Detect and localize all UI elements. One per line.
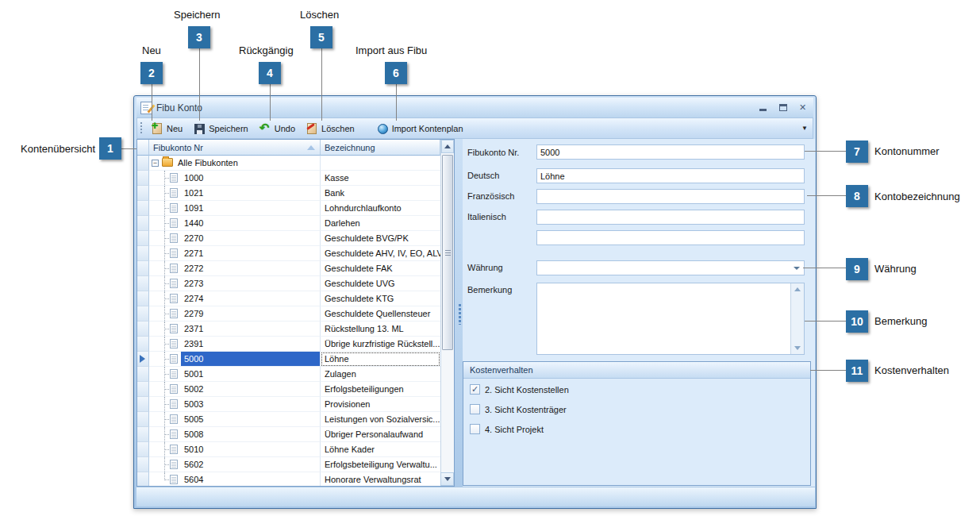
- bezeichnung-cell[interactable]: Geschuldete KTG: [321, 291, 440, 306]
- title-bar[interactable]: Fibu Konto ✕: [136, 98, 813, 117]
- account-row[interactable]: 2273Geschuldete UVG: [137, 276, 440, 291]
- checkbox-row[interactable]: 4. Sicht Projekt: [470, 424, 544, 434]
- fibukonto-nr-cell[interactable]: 2371: [149, 322, 321, 337]
- bezeichnung-cell[interactable]: Leistungen von Sozialversic...: [321, 412, 440, 427]
- column-header-bezeichnung[interactable]: Bezeichnung: [321, 140, 440, 156]
- bezeichnung-cell[interactable]: Geschuldete BVG/PK: [321, 231, 440, 246]
- scroll-down-button[interactable]: [440, 472, 454, 486]
- fibukonto-nr-cell[interactable]: 1000: [149, 171, 321, 186]
- bezeichnung-cell[interactable]: Übriger Personalaufwand: [321, 427, 440, 442]
- account-row[interactable]: 1021Bank: [137, 186, 440, 201]
- collapse-toggle-icon[interactable]: −: [152, 160, 159, 167]
- italienisch-field[interactable]: [536, 210, 805, 225]
- account-row[interactable]: 2274Geschuldete KTG: [137, 291, 440, 306]
- fibukonto-nr-cell[interactable]: 2273: [149, 276, 321, 291]
- bezeichnung-cell[interactable]: Geschuldete AHV, IV, EO, ALV: [321, 246, 440, 261]
- franzoesisch-field[interactable]: [536, 189, 805, 204]
- tree-art: [149, 201, 181, 215]
- scrollbar-thumb[interactable]: [442, 155, 453, 350]
- fibukonto-nr-cell[interactable]: 5002: [149, 382, 321, 397]
- chevron-down-icon[interactable]: [790, 262, 803, 274]
- account-row[interactable]: 1440Darlehen: [137, 216, 440, 231]
- bezeichnung-cell[interactable]: Löhne Kader: [321, 442, 440, 457]
- account-row[interactable]: 5002Erfolgsbeteiligungen: [137, 382, 440, 397]
- bezeichnung-cell[interactable]: Honorare Verwaltungsrat: [321, 472, 440, 486]
- account-row[interactable]: 5000Löhne: [137, 352, 440, 367]
- import-kontenplan-button[interactable]: Import Kontenplan: [372, 121, 470, 136]
- fibukonto-nr-cell[interactable]: 2274: [149, 291, 321, 306]
- fibukonto-nr-cell[interactable]: 5010: [149, 442, 321, 457]
- account-row[interactable]: 2271Geschuldete AHV, IV, EO, ALV: [137, 246, 440, 261]
- account-row[interactable]: 1091Lohndurchlaufkonto: [137, 201, 440, 216]
- bezeichnung-cell[interactable]: Zulagen: [321, 367, 440, 382]
- account-row[interactable]: 2272Geschuldete FAK: [137, 261, 440, 276]
- account-row[interactable]: 1000Kasse: [137, 171, 440, 186]
- deutsch-field[interactable]: [536, 168, 805, 183]
- fibukonto-nr-field[interactable]: [536, 144, 805, 160]
- fibukonto-nr-cell[interactable]: 5604: [149, 472, 321, 486]
- bezeichnung-cell[interactable]: Kasse: [321, 171, 440, 186]
- fibukonto-nr-cell[interactable]: 1091: [149, 201, 321, 216]
- account-row[interactable]: 5010Löhne Kader: [137, 442, 440, 457]
- fibukonto-nr-cell[interactable]: 2279: [149, 306, 321, 322]
- fibukonto-nr-cell[interactable]: 1021: [149, 186, 321, 201]
- panel-splitter[interactable]: [456, 139, 463, 487]
- tree-root-row[interactable]: −Alle Fibukonten: [137, 156, 440, 171]
- account-row[interactable]: 5003Provisionen: [137, 397, 440, 412]
- fibukonto-nr-cell[interactable]: 5003: [149, 397, 321, 412]
- fibukonto-nr-cell[interactable]: 2271: [149, 246, 321, 261]
- account-row[interactable]: 5604Honorare Verwaltungsrat: [137, 472, 440, 486]
- bezeichnung-cell[interactable]: Erfolgsbeteiligungen: [321, 382, 440, 397]
- account-row[interactable]: 2371Rückstellung 13. ML: [137, 322, 440, 337]
- bezeichnung-cell[interactable]: Übrige kurzfristige Rückstell...: [321, 337, 440, 352]
- minimize-button[interactable]: [756, 102, 770, 114]
- account-row[interactable]: 5008Übriger Personalaufwand: [137, 427, 440, 442]
- fibukonto-nr-cell[interactable]: 2391: [149, 337, 321, 352]
- checkbox-unchecked-icon[interactable]: [470, 424, 480, 434]
- new-button[interactable]: Neu: [147, 121, 189, 136]
- account-row[interactable]: 5602Erfolgsbeteiligung Verwaltu...: [137, 457, 440, 472]
- account-row[interactable]: 2279Geschuldete Quellensteuer: [137, 306, 440, 322]
- bezeichnung-cell[interactable]: Lohndurchlaufkonto: [321, 201, 440, 216]
- bezeichnung-cell[interactable]: Darlehen: [321, 216, 440, 231]
- fibukonto-nr-cell[interactable]: 2272: [149, 261, 321, 276]
- extra-language-field[interactable]: [536, 230, 805, 245]
- bezeichnung-cell[interactable]: Löhne: [321, 352, 440, 367]
- account-row[interactable]: 5005Leistungen von Sozialversic...: [137, 412, 440, 427]
- column-header-fibukonto-nr[interactable]: Fibukonto Nr: [149, 140, 321, 156]
- bezeichnung-cell[interactable]: Erfolgsbeteiligung Verwaltu...: [321, 457, 440, 472]
- fibukonto-nr-cell[interactable]: 5005: [149, 412, 321, 427]
- account-row[interactable]: 5001Zulagen: [137, 367, 440, 382]
- bezeichnung-cell[interactable]: Bank: [321, 186, 440, 201]
- undo-button[interactable]: ↶ Undo: [255, 121, 302, 136]
- waehrung-combobox[interactable]: [536, 260, 805, 275]
- bezeichnung-cell[interactable]: Rückstellung 13. ML: [321, 322, 440, 337]
- bezeichnung-cell[interactable]: Geschuldete Quellensteuer: [321, 306, 440, 322]
- grid-scrollbar[interactable]: [440, 140, 454, 486]
- toolbar-overflow-button[interactable]: ▼: [801, 125, 808, 132]
- fibukonto-nr-cell[interactable]: 5001: [149, 367, 321, 382]
- checkbox-checked-icon[interactable]: ✓: [470, 384, 480, 395]
- bezeichnung-cell[interactable]: Geschuldete UVG: [321, 276, 440, 291]
- scroll-up-button[interactable]: [441, 140, 454, 153]
- checkbox-unchecked-icon[interactable]: [470, 404, 480, 414]
- fibukonto-nr-cell[interactable]: 2270: [149, 231, 321, 246]
- fibukonto-nr-cell[interactable]: 5602: [149, 457, 321, 472]
- checkbox-row[interactable]: ✓2. Sicht Kostenstellen: [470, 384, 569, 395]
- tree-art: [149, 472, 181, 486]
- bezeichnung-cell[interactable]: Provisionen: [321, 397, 440, 412]
- save-button[interactable]: Speichern: [189, 121, 255, 136]
- close-button[interactable]: ✕: [796, 102, 809, 114]
- delete-button[interactable]: Löschen: [302, 121, 361, 136]
- bezeichnung-cell[interactable]: Geschuldete FAK: [321, 261, 440, 276]
- maximize-button[interactable]: [776, 102, 790, 114]
- fibukonto-nr-cell[interactable]: 5008: [149, 427, 321, 442]
- account-row[interactable]: 2391Übrige kurzfristige Rückstell...: [137, 337, 440, 352]
- account-row[interactable]: 2270Geschuldete BVG/PK: [137, 231, 440, 246]
- bemerkung-textarea[interactable]: [536, 283, 805, 355]
- checkbox-row[interactable]: 3. Sicht Kostenträger: [470, 404, 567, 414]
- toolbar-grip-icon[interactable]: [140, 121, 144, 135]
- fibukonto-nr-cell[interactable]: 1440: [149, 216, 321, 231]
- memo-scrollbar[interactable]: [790, 283, 804, 354]
- fibukonto-nr-cell[interactable]: 5000: [149, 352, 321, 367]
